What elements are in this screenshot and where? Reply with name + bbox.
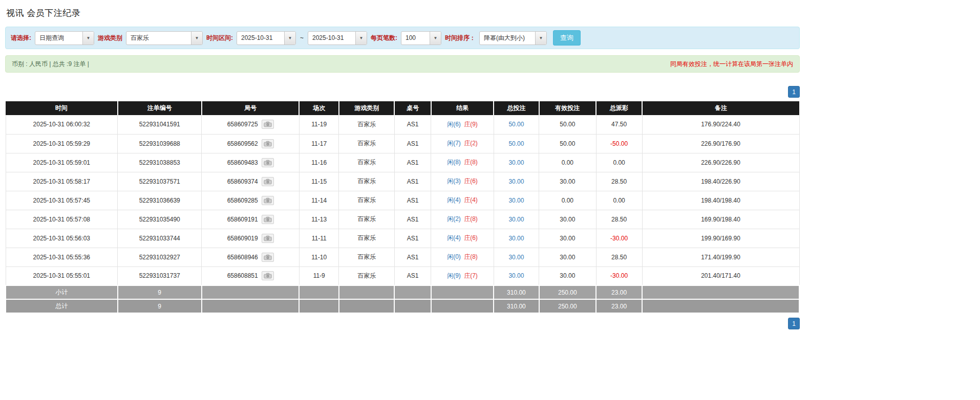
- video-camera-icon[interactable]: [262, 196, 274, 205]
- result-player: 闲(0): [447, 253, 461, 260]
- result-player: 闲(8): [447, 159, 461, 166]
- round-number: 658608851: [227, 272, 258, 279]
- round-number: 658609374: [227, 178, 258, 185]
- cell-game-type: 百家乐: [339, 248, 395, 266]
- col-valid-bet: 有效投注: [539, 101, 596, 115]
- cell-round: 658609019: [202, 229, 300, 248]
- cell-session: 11-16: [299, 153, 339, 172]
- table-row: 2025-10-31 05:59:29 522931039688 6586095…: [6, 134, 799, 153]
- date-to-input[interactable]: [308, 32, 355, 45]
- cell-round: 658609191: [202, 210, 300, 229]
- col-payout: 总派彩: [596, 101, 642, 115]
- cell-valid-bet: 30.00: [539, 248, 596, 266]
- page-1-button[interactable]: 1: [788, 318, 800, 329]
- chevron-down-icon[interactable]: ▼: [82, 32, 94, 45]
- result-player: 闲(7): [447, 140, 461, 147]
- result-banker: 庄(8): [464, 215, 478, 223]
- total-count: 9: [118, 299, 202, 313]
- table-row: 2025-10-31 05:59:01 522931038853 6586094…: [6, 153, 799, 172]
- video-camera-icon[interactable]: [262, 177, 274, 186]
- total-bet-link[interactable]: 30.00: [508, 272, 524, 279]
- per-page-input[interactable]: [401, 32, 430, 45]
- cell-round: 658609562: [202, 134, 300, 153]
- sort-input[interactable]: [480, 32, 535, 45]
- cell-remark: 171.40/199.90: [642, 248, 799, 266]
- cell-time: 2025-10-31 06:00:32: [6, 115, 118, 134]
- col-result: 结果: [431, 101, 494, 115]
- cell-table-no: AS1: [394, 172, 431, 191]
- cell-game-type: 百家乐: [339, 134, 395, 153]
- chevron-down-icon[interactable]: ▼: [191, 32, 202, 45]
- total-row: 总计 9 310.00 250.00 23.00: [6, 299, 799, 313]
- subtotal-total-bet: 310.00: [494, 285, 539, 299]
- total-bet-link[interactable]: 30.00: [508, 235, 524, 242]
- cell-session: 11-9: [299, 266, 339, 285]
- cell-remark: 201.40/171.40: [642, 266, 799, 285]
- result-banker: 庄(8): [464, 159, 478, 166]
- cell-bet-id: 522931035490: [118, 210, 202, 229]
- total-bet-link[interactable]: 30.00: [508, 159, 524, 166]
- cell-payout: -30.00: [596, 229, 642, 248]
- cell-payout: 0.00: [596, 191, 642, 210]
- result-banker: 庄(2): [464, 140, 478, 147]
- total-bet-link[interactable]: 50.00: [508, 121, 524, 128]
- video-camera-icon[interactable]: [262, 271, 274, 280]
- per-page-label: 每页笔数:: [371, 34, 397, 42]
- video-camera-icon[interactable]: [262, 120, 274, 129]
- video-camera-icon[interactable]: [262, 158, 274, 167]
- cell-total-bet: 50.00: [494, 115, 539, 134]
- date-from-input[interactable]: [237, 32, 284, 45]
- col-session: 场次: [299, 101, 339, 115]
- date-range-label: 时间区间:: [206, 34, 233, 42]
- game-type-input[interactable]: [126, 32, 191, 45]
- result-banker: 庄(9): [464, 121, 478, 128]
- cell-total-bet: 50.00: [494, 134, 539, 153]
- notice-text: 同局有效投注，统一计算在该局第一张注单内: [670, 60, 793, 69]
- cell-game-type: 百家乐: [339, 229, 395, 248]
- chevron-down-icon[interactable]: ▼: [355, 32, 367, 45]
- date-to-select: ▼: [308, 31, 367, 45]
- cell-table-no: AS1: [394, 115, 431, 134]
- total-bet-link[interactable]: 30.00: [508, 178, 524, 185]
- total-bet-link[interactable]: 30.00: [508, 254, 524, 261]
- video-camera-icon[interactable]: [262, 253, 274, 262]
- round-number: 658608946: [227, 254, 258, 261]
- total-bet-link[interactable]: 50.00: [508, 140, 524, 147]
- cell-bet-id: 522931041591: [118, 115, 202, 134]
- game-type-select: ▼: [126, 31, 203, 45]
- game-type-label: 游戏类别: [98, 34, 122, 42]
- currency-summary: 币别 : 人民币 | 总共 :9 注单 |: [12, 60, 89, 69]
- round-number: 658609725: [227, 121, 258, 128]
- total-bet-link[interactable]: 30.00: [508, 216, 524, 223]
- col-bet-id: 注单编号: [118, 101, 202, 115]
- video-camera-icon[interactable]: [262, 139, 274, 148]
- query-type-input[interactable]: [35, 32, 82, 45]
- cell-bet-id: 522931033744: [118, 229, 202, 248]
- table-header-row: 时间 注单编号 局号 场次 游戏类别 桌号 结果 总投注 有效投注 总派彩 备注: [6, 101, 799, 115]
- per-page-select: ▼: [401, 31, 441, 45]
- bet-records-table: 时间 注单编号 局号 场次 游戏类别 桌号 结果 总投注 有效投注 总派彩 备注…: [5, 101, 800, 314]
- col-time: 时间: [6, 101, 118, 115]
- result-banker: 庄(6): [464, 177, 478, 185]
- video-camera-icon[interactable]: [262, 215, 274, 224]
- chevron-down-icon[interactable]: ▼: [284, 32, 295, 45]
- cell-time: 2025-10-31 05:57:45: [6, 191, 118, 210]
- chevron-down-icon[interactable]: ▼: [535, 32, 546, 45]
- cell-valid-bet: 30.00: [539, 266, 596, 285]
- cell-time: 2025-10-31 05:55:36: [6, 248, 118, 266]
- search-button[interactable]: 查询: [553, 30, 581, 46]
- cell-time: 2025-10-31 05:59:01: [6, 153, 118, 172]
- page: 视讯 会员下注纪录 请选择: ▼ 游戏类别 ▼ 时间区间: ▼ ~ ▼ 每页笔数…: [0, 0, 800, 329]
- cell-payout: 28.50: [596, 172, 642, 191]
- col-table-no: 桌号: [394, 101, 431, 115]
- total-bet-link[interactable]: 30.00: [508, 197, 524, 204]
- sort-select: ▼: [479, 31, 547, 45]
- chevron-down-icon[interactable]: ▼: [430, 32, 441, 45]
- video-camera-icon[interactable]: [262, 234, 274, 243]
- col-remark: 备注: [642, 101, 799, 115]
- table-row: 2025-10-31 05:58:17 522931037571 6586093…: [6, 172, 799, 191]
- cell-round: 658608946: [202, 248, 300, 266]
- cell-result: 闲(0) 庄(8): [431, 248, 494, 266]
- page-1-button[interactable]: 1: [788, 86, 800, 98]
- cell-remark: 199.90/169.90: [642, 229, 799, 248]
